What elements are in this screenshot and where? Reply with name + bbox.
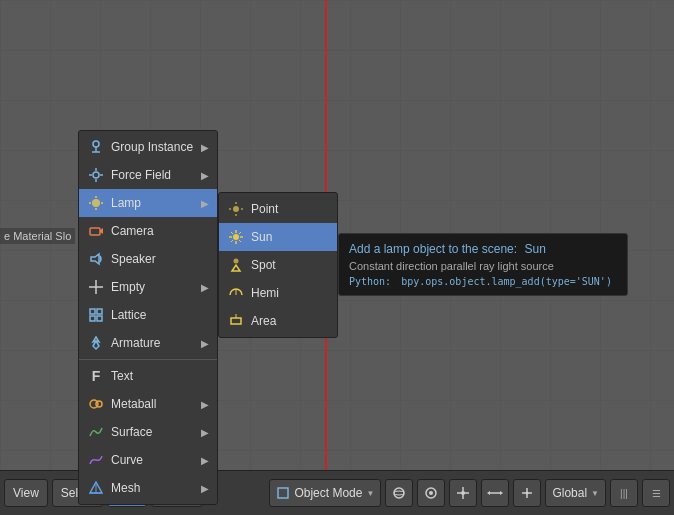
svg-marker-44 [232,265,240,271]
lamp-submenu-point[interactable]: Point [219,195,337,223]
menu-item-lattice[interactable]: Lattice [79,301,217,329]
view-button[interactable]: View [4,479,48,507]
tooltip: Add a lamp object to the scene: Sun Cons… [338,233,628,296]
proportional-icon [423,485,439,501]
sphere-btn[interactable] [385,479,413,507]
tooltip-python: Python: bpy.ops.object.lamp_add(type='SU… [349,276,617,287]
svg-marker-58 [487,491,490,495]
force-field-arrow: ▶ [201,170,209,181]
lamp-submenu: Point Sun Spot Hemi Area [218,192,338,338]
group-instance-label: Group Instance [111,140,195,154]
hemi-lamp-icon [227,284,245,302]
camera-icon [87,222,105,240]
curve-icon [87,451,105,469]
metaball-label: Metaball [111,397,195,411]
sun-label: Sun [251,230,329,244]
svg-rect-19 [97,309,102,314]
context-menu: Group Instance ▶ Force Field ▶ Lamp ▶ Ca… [78,130,218,505]
svg-point-49 [394,488,404,498]
lamp-submenu-sun[interactable]: Sun [219,223,337,251]
svg-point-52 [429,491,433,495]
menu-item-metaball[interactable]: Metaball ▶ [79,390,217,418]
menu-item-curve[interactable]: Curve ▶ [79,446,217,474]
svg-point-34 [233,234,239,240]
tooltip-title-value: Sun [524,242,545,256]
svg-point-25 [96,401,102,407]
group-instance-icon [87,138,105,156]
snap-btn[interactable] [449,479,477,507]
svg-rect-46 [231,318,241,324]
empty-label: Empty [111,280,195,294]
spot-lamp-icon [227,256,245,274]
camera-label: Camera [111,224,209,238]
svg-point-61 [526,492,529,495]
force-field-icon [87,166,105,184]
menu-item-camera[interactable]: Camera [79,217,217,245]
lamp-label: Lamp [111,196,195,210]
tooltip-description: Constant direction parallel ray light so… [349,260,617,272]
tooltip-title: Add a lamp object to the scene: Sun [349,242,617,256]
speaker-label: Speaker [111,252,209,266]
area-label: Area [251,314,329,328]
svg-point-43 [234,259,239,264]
lamp-submenu-spot[interactable]: Spot [219,251,337,279]
menu-item-group-instance[interactable]: Group Instance ▶ [79,133,217,161]
svg-point-29 [233,206,239,212]
transform-icon [487,485,503,501]
mesh-label: Mesh [111,481,195,495]
svg-line-42 [231,240,233,242]
svg-point-50 [394,491,404,495]
mesh-arrow: ▶ [201,483,209,494]
text-icon: F [87,367,105,385]
extra-btn2[interactable]: ☰ [642,479,670,507]
point-label: Point [251,202,329,216]
menu-item-mesh[interactable]: Mesh ▶ [79,474,217,502]
group-instance-arrow: ▶ [201,142,209,153]
menu-item-speaker[interactable]: Speaker [79,245,217,273]
curve-arrow: ▶ [201,455,209,466]
menu-item-text[interactable]: F Text [79,362,217,390]
curve-label: Curve [111,453,195,467]
orientation-icon [519,485,535,501]
orientation-btn[interactable] [513,479,541,507]
tooltip-python-prefix: Python: [349,276,391,287]
snap-icon [455,485,471,501]
metaball-icon [87,395,105,413]
lattice-icon [87,306,105,324]
menu-item-force-field[interactable]: Force Field ▶ [79,161,217,189]
armature-icon [87,334,105,352]
menu-item-lamp[interactable]: Lamp ▶ [79,189,217,217]
svg-line-39 [231,232,233,234]
svg-line-40 [239,240,241,242]
extra-btn1[interactable]: ||| [610,479,638,507]
proportional-btn[interactable] [417,479,445,507]
svg-marker-15 [91,254,99,264]
menu-separator [79,359,217,360]
mesh-icon [87,479,105,497]
svg-point-8 [92,199,100,207]
lamp-arrow: ▶ [201,198,209,209]
menu-item-surface[interactable]: Surface ▶ [79,418,217,446]
global-chevron: ▼ [591,489,599,498]
global-dropdown[interactable]: Global ▼ [545,479,606,507]
speaker-icon [87,250,105,268]
mode-label: Object Mode [294,486,362,500]
lamp-submenu-hemi[interactable]: Hemi [219,279,337,307]
armature-arrow: ▶ [201,338,209,349]
transform-btn[interactable] [481,479,509,507]
svg-point-55 [461,491,465,495]
svg-point-3 [93,172,99,178]
svg-rect-18 [90,309,95,314]
svg-rect-48 [278,488,288,498]
menu-item-empty[interactable]: Empty ▶ [79,273,217,301]
global-label: Global [552,486,587,500]
empty-arrow: ▶ [201,282,209,293]
sun-lamp-icon [227,228,245,246]
svg-line-41 [239,232,241,234]
force-field-label: Force Field [111,168,195,182]
lamp-submenu-area[interactable]: Area [219,307,337,335]
lattice-label: Lattice [111,308,209,322]
mode-dropdown[interactable]: Object Mode ▼ [269,479,381,507]
metaball-arrow: ▶ [201,399,209,410]
menu-item-armature[interactable]: Armature ▶ [79,329,217,357]
